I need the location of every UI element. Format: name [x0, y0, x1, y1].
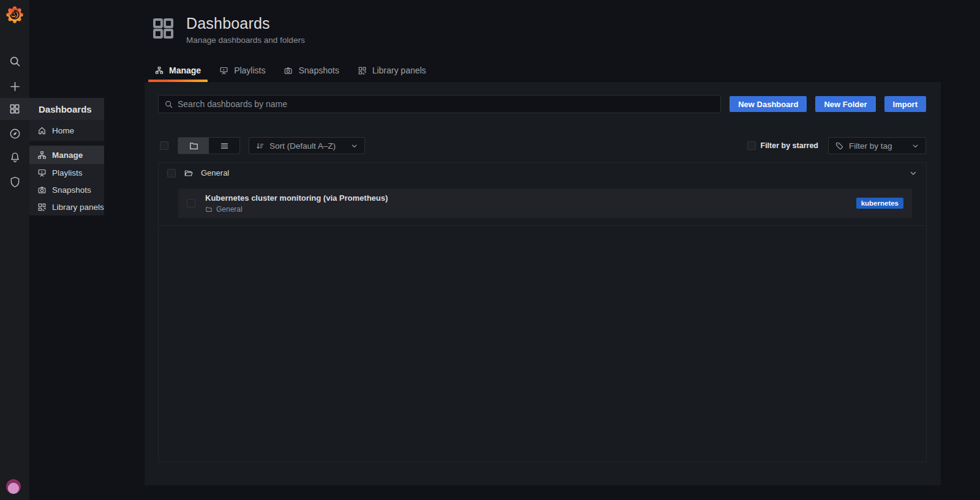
- menu-divider: [29, 141, 104, 146]
- starred-label: Filter by starred: [761, 141, 818, 150]
- dashboard-folder-path: General: [205, 205, 856, 214]
- sitemap-icon: [37, 151, 47, 160]
- filter-row: Sort (Default A–Z) Filter by starred Fil…: [160, 137, 926, 154]
- chevron-down-icon: [350, 142, 358, 150]
- camera-icon: [284, 66, 293, 75]
- sidebar-admin-button[interactable]: [0, 171, 29, 193]
- library-panels-icon: [358, 66, 367, 75]
- import-button[interactable]: Import: [884, 96, 926, 112]
- dashboard-title: Kubernetes cluster monitoring (via Prome…: [205, 193, 856, 203]
- filter-by-tag-dropdown[interactable]: Filter by tag: [828, 137, 926, 154]
- folder-icon: [189, 141, 199, 151]
- chevron-down-icon[interactable]: [909, 169, 918, 177]
- tab-label: Snapshots: [298, 65, 339, 75]
- bell-icon: [9, 151, 21, 164]
- home-icon: [37, 126, 47, 135]
- sidebar-dashboards-button[interactable]: [0, 98, 29, 120]
- sidebar: [0, 0, 29, 500]
- shield-icon: [9, 176, 21, 188]
- menu-item-library-panels[interactable]: Library panels: [29, 198, 104, 215]
- folder-checkbox[interactable]: [167, 169, 176, 177]
- sitemap-icon: [155, 66, 164, 75]
- menu-item-label: Home: [52, 126, 74, 135]
- search-row: New Dashboard New Folder Import: [158, 95, 926, 113]
- list-icon: [219, 141, 230, 151]
- menu-item-home[interactable]: Home: [29, 120, 104, 141]
- new-dashboard-button[interactable]: New Dashboard: [729, 96, 807, 112]
- page-title: Dashboards: [186, 15, 305, 32]
- menu-item-label: Manage: [52, 151, 83, 160]
- sidebar-explore-button[interactable]: [0, 122, 29, 144]
- search-icon: [9, 55, 21, 68]
- compass-icon: [9, 127, 21, 140]
- tab-manage[interactable]: Manage: [148, 60, 208, 81]
- sort-dropdown-label: Sort (Default A–Z): [270, 141, 336, 151]
- tag-badge-kubernetes[interactable]: kubernetes: [856, 198, 903, 209]
- tab-snapshots[interactable]: Snapshots: [277, 60, 345, 81]
- section-divider: [159, 225, 926, 226]
- menu-item-snapshots[interactable]: Snapshots: [29, 181, 104, 198]
- tag-dropdown-label: Filter by tag: [849, 141, 892, 151]
- tab-label: Library panels: [372, 65, 426, 75]
- menu-item-label: Library panels: [52, 203, 104, 212]
- sidebar-alerting-button[interactable]: [0, 146, 29, 168]
- sidebar-search-button[interactable]: [0, 50, 29, 72]
- flyout-menu-title: Dashboards: [29, 98, 104, 120]
- grafana-logo-icon: [6, 6, 24, 24]
- menu-item-label: Playlists: [52, 168, 83, 177]
- library-panels-icon: [37, 203, 47, 212]
- dashboard-checkbox[interactable]: [187, 199, 195, 207]
- new-folder-button[interactable]: New Folder: [815, 96, 875, 112]
- page-subtitle: Manage dashboards and folders: [186, 35, 305, 45]
- view-toggle: [178, 137, 240, 154]
- dashboard-row-kubernetes[interactable]: Kubernetes cluster monitoring (via Prome…: [178, 188, 912, 218]
- tag-icon: [835, 141, 844, 151]
- folder-icon: [205, 206, 213, 213]
- tab-label: Playlists: [234, 65, 265, 75]
- presentation-play-icon: [37, 168, 47, 177]
- plus-icon: [9, 80, 21, 93]
- filter-by-starred[interactable]: Filter by starred: [747, 141, 818, 150]
- search-results-panel: General Kubernetes cluster monitoring (v…: [158, 162, 927, 462]
- folder-view-button[interactable]: [178, 138, 209, 154]
- grafana-logo[interactable]: [0, 3, 29, 26]
- folder-open-icon: [184, 168, 194, 178]
- sidebar-add-button[interactable]: [0, 75, 29, 97]
- main-content: Dashboards Manage dashboards and folders…: [145, 0, 941, 500]
- tab-label: Manage: [169, 65, 201, 75]
- tab-playlists[interactable]: Playlists: [213, 60, 272, 81]
- folder-section-name: General: [201, 168, 229, 177]
- sort-amount-down-icon: [255, 141, 265, 151]
- menu-item-manage[interactable]: Manage: [29, 146, 104, 164]
- chevron-down-icon: [911, 142, 919, 150]
- menu-item-playlists[interactable]: Playlists: [29, 164, 104, 181]
- list-view-button[interactable]: [209, 138, 239, 154]
- dashboard-folder-name: General: [216, 205, 243, 214]
- content-panel: New Dashboard New Folder Import: [145, 82, 941, 485]
- tab-library-panels[interactable]: Library panels: [351, 60, 433, 81]
- camera-icon: [37, 185, 47, 195]
- tab-bar: Manage Playlists Snapshots Library panel…: [148, 60, 438, 81]
- menu-item-label: Snapshots: [52, 185, 91, 195]
- dashboards-flyout-menu: Dashboards Home Manage Playlists Snapsho…: [29, 98, 104, 215]
- apps-grid-icon: [9, 103, 21, 115]
- search-input[interactable]: [178, 99, 715, 109]
- search-box: [158, 95, 721, 113]
- folder-section-general[interactable]: General: [159, 163, 926, 183]
- user-avatar[interactable]: [6, 479, 21, 494]
- select-all-checkbox[interactable]: [160, 141, 168, 150]
- page-header: Dashboards Manage dashboards and folders: [151, 15, 305, 45]
- dashboard-info: Kubernetes cluster monitoring (via Prome…: [205, 193, 856, 214]
- starred-checkbox[interactable]: [747, 141, 756, 150]
- apps-grid-icon: [151, 16, 176, 41]
- sort-dropdown[interactable]: Sort (Default A–Z): [249, 137, 365, 154]
- presentation-play-icon: [219, 66, 228, 75]
- search-icon: [164, 100, 173, 109]
